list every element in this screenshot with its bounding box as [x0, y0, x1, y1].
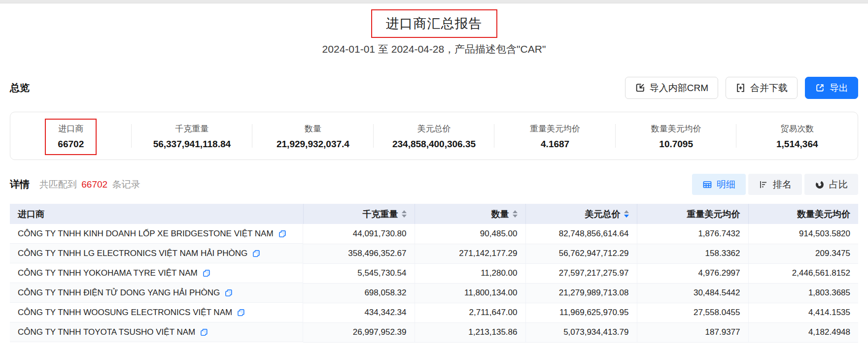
- sort-carets-icon[interactable]: [402, 210, 407, 218]
- stat-label: 千克重量: [153, 123, 231, 134]
- stat-label: 重量美元均价: [530, 123, 580, 134]
- cell-value: 21,279,989,713.08: [525, 283, 637, 303]
- match-prefix: 共匹配到: [39, 179, 77, 190]
- window-top-strip: [0, 0, 868, 3]
- overview-stats-card: 进口商 66702 千克重量 56,337,941,118.84 数量 21,9…: [10, 112, 858, 160]
- import-crm-label: 导入内部CRM: [650, 82, 708, 95]
- cell-value: 4,182.4948: [748, 322, 858, 342]
- stat-label: 进口商: [58, 123, 84, 134]
- cell-value: 158.3362: [637, 244, 748, 263]
- overview-actions: 导入内部CRM 合并下载 导出: [625, 77, 858, 99]
- cell-value: 11,280.00: [415, 263, 525, 283]
- table-row[interactable]: CÔNG TY TNHH KINH DOANH LỐP XE BRIDGESTO…: [10, 224, 858, 244]
- stat-value: 56,337,941,118.84: [153, 139, 231, 150]
- stat-value: 4.1687: [530, 139, 580, 150]
- col-avg-price-qty-label: 数量美元均价: [797, 208, 850, 220]
- view-tabs: 明细 排名 占比: [692, 174, 858, 195]
- import-box-arrow-icon: [635, 83, 645, 93]
- table-header-row: 进口商 千克重量 数量 美元总价 重量美元均价 数量美元均价: [10, 204, 858, 224]
- importer-name: CÔNG TY TNHH KINH DOANH LỐP XE BRIDGESTO…: [18, 229, 274, 239]
- match-suffix: 条记录: [112, 179, 140, 190]
- cell-value: 5,545,730.54: [303, 263, 415, 283]
- col-quantity-label: 数量: [491, 208, 509, 220]
- copy-icon[interactable]: [278, 229, 287, 238]
- col-weight[interactable]: 千克重量: [303, 204, 415, 224]
- cell-value: 1,803.3685: [748, 283, 858, 303]
- tab-ratio-label: 占比: [829, 178, 848, 191]
- merge-panes-icon: [735, 83, 746, 93]
- stat-value: 21,929,932,037.4: [277, 139, 349, 150]
- ranking-bars-icon: [759, 180, 768, 190]
- stat-item: 贸易次数 1,514,364: [736, 122, 858, 150]
- copy-icon[interactable]: [237, 308, 245, 317]
- sort-carets-icon[interactable]: [624, 210, 629, 218]
- report-subtitle: 2024-01-01 至 2024-04-28，产品描述包含"CAR": [0, 42, 868, 56]
- col-usd-total-label: 美元总价: [585, 208, 621, 220]
- table-row[interactable]: CÔNG TY TNHH ĐIỆN TỬ DONG YANG HẢI PHÒNG…: [10, 283, 858, 303]
- table-row[interactable]: CÔNG TY TNHH WOOSUNG ELECTRONICS VIỆT NA…: [10, 303, 858, 322]
- copy-icon[interactable]: [202, 269, 211, 278]
- cell-value: 1,876.7432: [637, 224, 748, 244]
- cell-value: 44,091,730.80: [303, 224, 415, 244]
- col-usd-total[interactable]: 美元总价: [525, 204, 637, 224]
- stat-item: 数量美元均价 10.7095: [616, 122, 737, 150]
- stat-item: 重量美元均价 4.1687: [494, 122, 616, 150]
- cell-value: 209.3475: [748, 244, 858, 263]
- tab-detail-label: 明细: [717, 178, 735, 191]
- col-avg-price-weight-label: 重量美元均价: [687, 208, 740, 220]
- tab-rank-label: 排名: [773, 178, 792, 191]
- tab-rank[interactable]: 排名: [748, 174, 802, 195]
- import-crm-button[interactable]: 导入内部CRM: [625, 77, 718, 99]
- cell-value: 26,997,952.39: [303, 322, 415, 342]
- copy-icon[interactable]: [200, 328, 208, 337]
- col-avg-price-qty: 数量美元均价: [748, 204, 858, 224]
- cell-value: 358,496,352.67: [303, 244, 415, 263]
- copy-icon[interactable]: [224, 288, 233, 297]
- table-row[interactable]: CÔNG TY TNHH LG ELECTRONICS VIỆT NAM HẢI…: [10, 244, 858, 263]
- sort-carets-icon[interactable]: [513, 210, 518, 218]
- importer-name: CÔNG TY TNHH TOYOTA TSUSHO VIỆT NAM: [18, 327, 195, 337]
- cell-value: 4,414.1535: [748, 303, 858, 322]
- stat-item: 数量 21,929,932,037.4: [252, 122, 374, 150]
- importer-name: CÔNG TY TNHH LG ELECTRONICS VIỆT NAM HẢI…: [18, 249, 247, 258]
- cell-value: 56,762,947,712.29: [525, 244, 637, 263]
- copy-icon[interactable]: [252, 249, 261, 258]
- cell-value: 271,142,177.29: [415, 244, 525, 263]
- pie-donut-icon: [815, 180, 825, 190]
- stat-label: 贸易次数: [776, 123, 818, 134]
- table-grid-icon: [702, 180, 712, 190]
- cell-value: 27,597,217,275.97: [525, 263, 637, 283]
- cell-value: 11,800,134.00: [415, 283, 525, 303]
- export-label: 导出: [830, 82, 848, 95]
- detail-heading: 详情: [10, 178, 30, 191]
- match-count: 66702: [79, 179, 109, 190]
- stat-item: 千克重量 56,337,941,118.84: [132, 122, 253, 150]
- detail-toolbar: 详情 共匹配到 66702 条记录 明细 排名 占比: [0, 174, 868, 195]
- export-button[interactable]: 导出: [805, 77, 858, 99]
- col-avg-price-weight: 重量美元均价: [637, 204, 748, 224]
- overview-toolbar: 总览 导入内部CRM 合并下载 导出: [0, 77, 868, 99]
- tab-detail[interactable]: 明细: [692, 174, 746, 195]
- stat-item: 进口商 66702: [10, 122, 132, 150]
- match-summary: 共匹配到 66702 条记录: [39, 178, 140, 191]
- stat-label: 美元总价: [392, 123, 476, 134]
- cell-value: 82,748,856,614.64: [525, 224, 637, 244]
- col-importer: 进口商: [10, 204, 303, 224]
- cell-value: 11,969,625,970.95: [525, 303, 637, 322]
- importer-name: CÔNG TY TNHH YOKOHAMA TYRE VIỆT NAM: [18, 268, 198, 278]
- cell-value: 2,711,647.00: [415, 303, 525, 322]
- col-quantity[interactable]: 数量: [415, 204, 525, 224]
- stat-value: 10.7095: [651, 139, 701, 150]
- cell-value: 2,446,561.8152: [748, 263, 858, 283]
- table-row[interactable]: CÔNG TY TNHH TOYOTA TSUSHO VIỆT NAM 26,9…: [10, 322, 858, 342]
- merge-download-button[interactable]: 合并下载: [726, 77, 798, 99]
- tab-ratio[interactable]: 占比: [804, 174, 858, 195]
- table-row[interactable]: CÔNG TY TNHH YOKOHAMA TYRE VIỆT NAM 5,54…: [10, 263, 858, 283]
- cell-value: 90,485.00: [415, 224, 525, 244]
- cell-value: 187.9377: [637, 322, 748, 342]
- cell-value: 698,058.32: [303, 283, 415, 303]
- cell-value: 4,976.2997: [637, 263, 748, 283]
- overview-heading: 总览: [10, 81, 30, 95]
- table-body: CÔNG TY TNHH KINH DOANH LỐP XE BRIDGESTO…: [10, 224, 858, 342]
- importer-name: CÔNG TY TNHH WOOSUNG ELECTRONICS VIỆT NA…: [18, 308, 232, 318]
